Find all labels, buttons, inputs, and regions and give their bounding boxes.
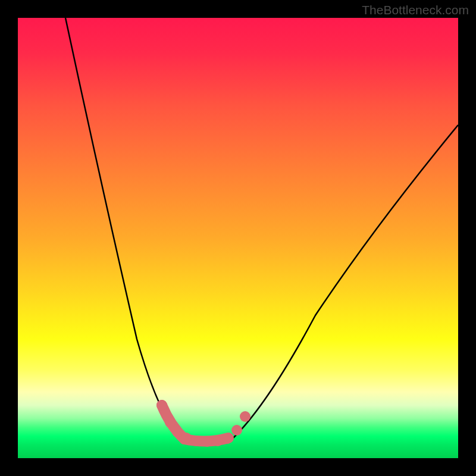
right-curve	[232, 125, 458, 439]
dot-5	[191, 436, 202, 446]
dot-10	[240, 411, 250, 422]
watermark-text: TheBottleneck.com	[362, 3, 469, 17]
dot-4	[181, 433, 192, 443]
dot-8	[222, 433, 233, 444]
left-curve	[65, 18, 184, 440]
chart-svg	[18, 18, 458, 458]
dot-9	[231, 425, 242, 436]
dot-3	[172, 427, 183, 437]
dot-6	[202, 436, 212, 447]
dot-7	[212, 436, 223, 446]
dot-1	[156, 400, 167, 411]
dot-2	[165, 417, 176, 428]
